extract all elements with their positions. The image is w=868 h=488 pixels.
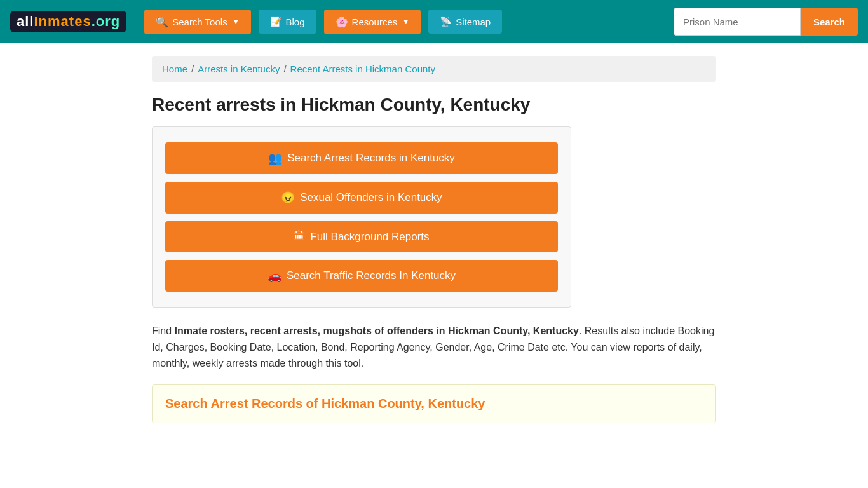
sitemap-icon: 📡 bbox=[440, 16, 452, 27]
action-box: 👥 Search Arrest Records in Kentucky 😠 Se… bbox=[152, 126, 571, 308]
search-tools-icon: 🔍 bbox=[156, 16, 168, 28]
search-tools-arrow-icon: ▼ bbox=[233, 18, 240, 25]
search-arrest-label: Search Arrest Records in Kentucky bbox=[287, 152, 455, 165]
sitemap-button[interactable]: 📡 Sitemap bbox=[428, 10, 502, 34]
logo[interactable]: allInmates.org bbox=[10, 11, 126, 32]
resources-arrow-icon: ▼ bbox=[402, 18, 409, 25]
logo-part-inmates: Inmates bbox=[34, 13, 91, 29]
search-records-box: Search Arrest Records of Hickman County,… bbox=[152, 384, 716, 423]
breadcrumb-sep1: / bbox=[191, 64, 194, 74]
breadcrumb-current: Recent Arrests in Hickman County bbox=[290, 64, 435, 74]
traffic-records-label: Search Traffic Records In Kentucky bbox=[287, 269, 456, 282]
prison-search-button[interactable]: Search bbox=[801, 8, 858, 36]
logo-part-org: .org bbox=[92, 13, 121, 29]
resources-label: Resources bbox=[352, 17, 398, 27]
sexual-offenders-label: Sexual Offenders in Kentucky bbox=[300, 191, 442, 204]
sitemap-label: Sitemap bbox=[456, 17, 491, 27]
search-arrest-icon: 👥 bbox=[268, 151, 282, 165]
blog-button[interactable]: 📝 Blog bbox=[259, 10, 316, 34]
prison-search-input[interactable] bbox=[674, 8, 801, 36]
sexual-offenders-button[interactable]: 😠 Sexual Offenders in Kentucky bbox=[165, 182, 558, 214]
breadcrumb-container: Home / Arrests in Kentucky / Recent Arre… bbox=[152, 56, 716, 82]
description-bold: Inmate rosters, recent arrests, mugshots… bbox=[175, 325, 579, 336]
full-background-reports-button[interactable]: 🏛 Full Background Reports bbox=[165, 221, 558, 252]
breadcrumb: Home / Arrests in Kentucky / Recent Arre… bbox=[162, 64, 706, 74]
description-intro: Find bbox=[152, 325, 175, 336]
breadcrumb-sep2: / bbox=[283, 64, 286, 74]
logo-part-all: all bbox=[17, 13, 34, 29]
traffic-records-icon: 🚗 bbox=[268, 269, 281, 283]
prison-search-container: Search bbox=[674, 8, 858, 36]
blog-icon: 📝 bbox=[270, 16, 282, 27]
background-reports-icon: 🏛 bbox=[294, 230, 305, 243]
description: Find Inmate rosters, recent arrests, mug… bbox=[152, 323, 716, 372]
breadcrumb-arrests-ky[interactable]: Arrests in Kentucky bbox=[198, 64, 280, 74]
search-tools-label: Search Tools bbox=[172, 17, 227, 27]
breadcrumb-home[interactable]: Home bbox=[162, 64, 187, 74]
blog-label: Blog bbox=[286, 17, 305, 27]
search-tools-button[interactable]: 🔍 Search Tools ▼ bbox=[144, 10, 250, 34]
traffic-records-button[interactable]: 🚗 Search Traffic Records In Kentucky bbox=[165, 260, 558, 292]
search-records-title: Search Arrest Records of Hickman County,… bbox=[165, 396, 703, 411]
prison-search-label: Search bbox=[813, 17, 845, 27]
page-title: Recent arrests in Hickman County, Kentuc… bbox=[152, 95, 716, 115]
sexual-offenders-icon: 😠 bbox=[281, 191, 295, 205]
resources-button[interactable]: 🌸 Resources ▼ bbox=[324, 10, 421, 34]
navbar: allInmates.org 🔍 Search Tools ▼ 📝 Blog 🌸… bbox=[0, 0, 868, 43]
main-content: Home / Arrests in Kentucky / Recent Arre… bbox=[142, 43, 726, 436]
background-reports-label: Full Background Reports bbox=[310, 231, 429, 243]
logo-text: allInmates.org bbox=[10, 11, 126, 32]
search-arrest-records-button[interactable]: 👥 Search Arrest Records in Kentucky bbox=[165, 142, 558, 174]
resources-icon: 🌸 bbox=[336, 16, 348, 28]
